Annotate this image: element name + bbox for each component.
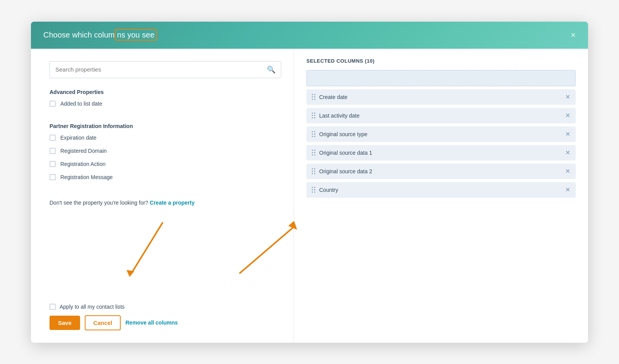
save-button[interactable]: Save bbox=[50, 316, 80, 330]
action-buttons: Save Cancel Remove all columns bbox=[50, 315, 281, 330]
apply-to-all-row: Apply to all my contact lists bbox=[50, 304, 281, 310]
not-seeing-text: Don't see the property you're looking fo… bbox=[50, 200, 281, 206]
create-property-link[interactable]: Create a property bbox=[150, 200, 195, 206]
registration-action-label[interactable]: Registration Action bbox=[60, 161, 106, 167]
registered-domain-checkbox[interactable] bbox=[50, 148, 56, 154]
partner-registration-title: Partner Registration Information bbox=[50, 123, 281, 129]
remove-country-button[interactable]: ✕ bbox=[565, 187, 570, 193]
selected-columns-title: SELECTED COLUMNS (10) bbox=[306, 58, 576, 64]
drag-handle-last-activity[interactable] bbox=[312, 113, 315, 118]
column-item-last-activity: Last activity date ✕ bbox=[306, 108, 576, 123]
right-panel: SELECTED COLUMNS (10) Create date ✕ Last… bbox=[294, 49, 588, 343]
search-icon: 🔍 bbox=[267, 65, 275, 74]
drag-handle-country[interactable] bbox=[312, 187, 315, 193]
bottom-actions: Apply to all my contact lists Save Cance… bbox=[50, 304, 281, 330]
remove-original-source-data-2-button[interactable]: ✕ bbox=[565, 168, 570, 174]
checkbox-added-to-list: Added to list date bbox=[50, 101, 281, 107]
expiration-date-label[interactable]: Expiration date bbox=[60, 135, 96, 141]
remove-last-activity-button[interactable]: ✕ bbox=[565, 113, 570, 119]
modal-body: 🔍 Advanced Properties Added to list date… bbox=[31, 49, 588, 343]
column-label-last-activity: Last activity date bbox=[319, 113, 561, 119]
drag-handle-original-source-type[interactable] bbox=[312, 131, 315, 137]
registration-message-checkbox[interactable] bbox=[50, 174, 56, 180]
modal-title: Choose which columns you see bbox=[43, 31, 157, 39]
apply-to-all-label[interactable]: Apply to all my contact lists bbox=[60, 304, 125, 310]
checkbox-registration-message: Registration Message bbox=[50, 174, 281, 180]
column-label-country: Country bbox=[319, 187, 561, 193]
checkbox-registered-domain: Registered Domain bbox=[50, 148, 281, 154]
left-panel: 🔍 Advanced Properties Added to list date… bbox=[31, 49, 294, 343]
column-item-placeholder bbox=[306, 70, 576, 86]
drag-handle-create-date[interactable] bbox=[312, 94, 315, 100]
column-label-original-source-data-1: Original source data 1 bbox=[319, 150, 561, 156]
advanced-properties-title: Advanced Properties bbox=[50, 89, 281, 95]
column-label-original-source-type: Original source type bbox=[319, 131, 561, 137]
remove-original-source-type-button[interactable]: ✕ bbox=[565, 131, 570, 137]
column-label-create-date: Create date bbox=[319, 94, 561, 100]
registration-message-label[interactable]: Registration Message bbox=[60, 174, 113, 180]
checkbox-expiration-date: Expiration date bbox=[50, 135, 281, 141]
drag-handle-original-source-data-2[interactable] bbox=[312, 168, 315, 174]
title-highlighted: ns you see bbox=[115, 29, 157, 41]
remove-original-source-data-1-button[interactable]: ✕ bbox=[565, 150, 570, 156]
apply-to-all-checkbox[interactable] bbox=[50, 304, 56, 310]
search-box: 🔍 bbox=[50, 61, 281, 78]
column-item-original-source-data-2: Original source data 2 ✕ bbox=[306, 164, 576, 179]
column-item-create-date: Create date ✕ bbox=[306, 89, 576, 105]
cancel-button[interactable]: Cancel bbox=[85, 315, 121, 330]
column-item-original-source-data-1: Original source data 1 ✕ bbox=[306, 145, 576, 161]
added-to-list-checkbox[interactable] bbox=[50, 101, 56, 107]
search-input[interactable] bbox=[55, 66, 267, 73]
column-item-country: Country ✕ bbox=[306, 182, 576, 198]
modal-dialog: Choose which columns you see × 🔍 Advance… bbox=[31, 22, 588, 343]
column-label-original-source-data-2: Original source data 2 bbox=[319, 168, 561, 174]
drag-handle-original-source-data-1[interactable] bbox=[312, 150, 315, 156]
expiration-date-checkbox[interactable] bbox=[50, 135, 56, 141]
remove-all-button[interactable]: Remove all columns bbox=[125, 320, 178, 326]
registered-domain-label[interactable]: Registered Domain bbox=[60, 148, 107, 154]
added-to-list-label[interactable]: Added to list date bbox=[60, 101, 102, 107]
advanced-properties-section: Advanced Properties Added to list date bbox=[50, 89, 281, 114]
close-button[interactable]: × bbox=[571, 31, 576, 39]
modal-header: Choose which columns you see × bbox=[31, 22, 588, 49]
checkbox-registration-action: Registration Action bbox=[50, 161, 281, 167]
column-item-original-source-type: Original source type ✕ bbox=[306, 126, 576, 142]
registration-action-checkbox[interactable] bbox=[50, 161, 56, 167]
partner-registration-section: Partner Registration Information Expirat… bbox=[50, 123, 281, 187]
remove-create-date-button[interactable]: ✕ bbox=[565, 94, 570, 100]
